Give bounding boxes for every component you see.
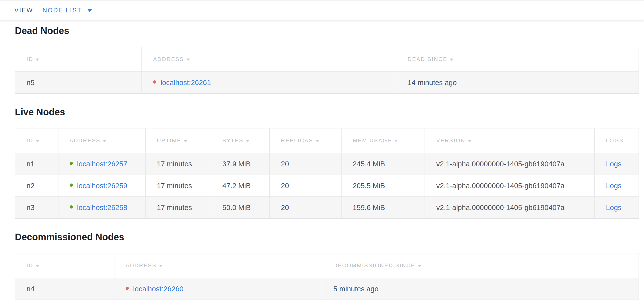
view-label: VIEW: xyxy=(14,7,36,14)
cell-replicas: 20 xyxy=(270,153,341,175)
column-label: BYTES xyxy=(222,137,244,144)
column-header-logs: LOGS xyxy=(594,128,639,153)
column-label: ID xyxy=(26,262,33,268)
column-label: VERSION xyxy=(436,137,465,144)
dead-nodes-section: Dead Nodes IDADDRESSDEAD SINCE n5localho… xyxy=(15,25,639,94)
column-header-id[interactable]: ID xyxy=(15,128,58,153)
node-list-page: Dead Nodes IDADDRESSDEAD SINCE n5localho… xyxy=(0,20,644,300)
table-row: n1localhost:2625717 minutes37.9 MiB20245… xyxy=(15,153,639,175)
table-header-row: IDADDRESSDEAD SINCE xyxy=(15,47,639,72)
cell-id: n2 xyxy=(15,175,58,197)
cell-version: v2.1-alpha.00000000-1405-gb6190407a xyxy=(425,153,594,175)
view-selected-value: NODE LIST xyxy=(42,7,82,14)
table-row: n4localhost:262605 minutes ago xyxy=(15,278,639,300)
cell-id: n3 xyxy=(15,197,58,218)
column-label: MEM USAGE xyxy=(353,137,392,144)
column-header-id[interactable]: ID xyxy=(15,47,142,72)
column-header-dead-since[interactable]: DEAD SINCE xyxy=(396,47,639,72)
address-link[interactable]: localhost:26257 xyxy=(77,160,127,168)
cell-version: v2.1-alpha.00000000-1405-gb6190407a xyxy=(425,197,594,218)
cell-dead-since: 14 minutes ago xyxy=(396,72,639,94)
column-label: ADDRESS xyxy=(126,262,156,268)
sort-arrow-icon xyxy=(184,140,187,142)
column-header-mem-usage[interactable]: MEM USAGE xyxy=(341,128,425,153)
column-header-replicas[interactable]: REPLICAS xyxy=(270,128,341,153)
column-label: ID xyxy=(26,137,33,144)
node-table: IDADDRESSUPTIMEBYTESREPLICASMEM USAGEVER… xyxy=(15,128,639,219)
table-header-row: IDADDRESSDECOMMISSIONED SINCE xyxy=(15,253,639,278)
cell-version: v2.1-alpha.00000000-1405-gb6190407a xyxy=(425,175,594,197)
node-table: IDADDRESSDECOMMISSIONED SINCE n4localhos… xyxy=(15,253,639,300)
sort-arrow-icon xyxy=(468,140,471,142)
column-header-version[interactable]: VERSION xyxy=(425,128,594,153)
dead-status-dot-icon xyxy=(153,80,156,84)
column-header-uptime[interactable]: UPTIME xyxy=(146,128,211,153)
chevron-down-icon xyxy=(87,9,92,12)
cell-decommissioned-since: 5 minutes ago xyxy=(322,278,639,300)
address-link[interactable]: localhost:26261 xyxy=(160,79,211,87)
table-header-row: IDADDRESSUPTIMEBYTESREPLICASMEM USAGEVER… xyxy=(15,128,639,153)
sort-arrow-icon xyxy=(316,140,319,142)
logs-link[interactable]: Logs xyxy=(606,204,622,211)
live-status-dot-icon xyxy=(70,183,73,187)
column-label: REPLICAS xyxy=(281,137,313,144)
cell-uptime: 17 minutes xyxy=(146,175,211,197)
column-header-decommissioned-since[interactable]: DECOMMISSIONED SINCE xyxy=(322,253,639,278)
view-selector-dropdown[interactable]: NODE LIST xyxy=(42,7,92,14)
sort-arrow-icon xyxy=(450,59,453,61)
cell-bytes: 50.0 MiB xyxy=(211,197,270,218)
dead-nodes-title: Dead Nodes xyxy=(15,25,639,36)
cell-bytes: 47.2 MiB xyxy=(211,175,270,197)
column-label: DECOMMISSIONED SINCE xyxy=(334,262,416,268)
sort-arrow-icon xyxy=(36,140,39,142)
sort-arrow-icon xyxy=(418,265,421,267)
address-link[interactable]: localhost:26260 xyxy=(133,285,183,293)
cell-uptime: 17 minutes xyxy=(146,197,211,218)
cell-address: localhost:26259 xyxy=(58,175,146,197)
decommissioned-nodes-section: Decommissioned Nodes IDADDRESSDECOMMISSI… xyxy=(15,232,639,300)
cell-id: n4 xyxy=(15,278,114,300)
cell-replicas: 20 xyxy=(270,175,341,197)
live-nodes-section: Live Nodes IDADDRESSUPTIMEBYTESREPLICASM… xyxy=(15,107,639,219)
sort-arrow-icon xyxy=(36,265,39,267)
sort-arrow-icon xyxy=(36,59,39,61)
sort-arrow-icon xyxy=(186,59,190,61)
column-header-id[interactable]: ID xyxy=(15,253,114,278)
cell-mem-usage: 205.5 MiB xyxy=(341,175,425,197)
column-header-bytes[interactable]: BYTES xyxy=(211,128,270,153)
cell-replicas: 20 xyxy=(270,197,341,218)
sort-arrow-icon xyxy=(394,140,398,142)
table-row: n3localhost:2625817 minutes50.0 MiB20159… xyxy=(15,197,639,218)
cell-address: localhost:26258 xyxy=(58,197,146,218)
cell-address: localhost:26257 xyxy=(58,153,146,175)
column-header-address[interactable]: ADDRESS xyxy=(58,128,146,153)
decommissioned-status-dot-icon xyxy=(126,287,129,290)
logs-link[interactable]: Logs xyxy=(606,160,622,168)
cell-logs: Logs xyxy=(594,153,639,175)
node-table: IDADDRESSDEAD SINCE n5localhost:2626114 … xyxy=(15,47,639,94)
column-label: UPTIME xyxy=(157,137,181,144)
live-status-dot-icon xyxy=(70,162,73,165)
address-link[interactable]: localhost:26258 xyxy=(77,204,127,211)
sort-arrow-icon xyxy=(103,140,106,142)
cell-id: n5 xyxy=(15,72,142,94)
column-label: ADDRESS xyxy=(153,56,184,62)
cell-id: n1 xyxy=(15,153,58,175)
sort-arrow-icon xyxy=(159,265,162,267)
cell-address: localhost:26261 xyxy=(142,72,396,94)
column-header-address[interactable]: ADDRESS xyxy=(114,253,322,278)
column-label: ADDRESS xyxy=(70,137,100,144)
cell-uptime: 17 minutes xyxy=(146,153,211,175)
cell-mem-usage: 159.6 MiB xyxy=(341,197,425,218)
column-label: LOGS xyxy=(606,137,624,144)
live-nodes-title: Live Nodes xyxy=(15,107,639,118)
cell-address: localhost:26260 xyxy=(114,278,322,300)
logs-link[interactable]: Logs xyxy=(606,182,622,190)
column-header-address[interactable]: ADDRESS xyxy=(142,47,396,72)
column-label: ID xyxy=(26,56,33,62)
decommissioned-nodes-title: Decommissioned Nodes xyxy=(15,232,639,242)
address-link[interactable]: localhost:26259 xyxy=(77,182,127,190)
cell-logs: Logs xyxy=(594,197,639,218)
cell-bytes: 37.9 MiB xyxy=(211,153,270,175)
table-row: n5localhost:2626114 minutes ago xyxy=(15,72,639,94)
